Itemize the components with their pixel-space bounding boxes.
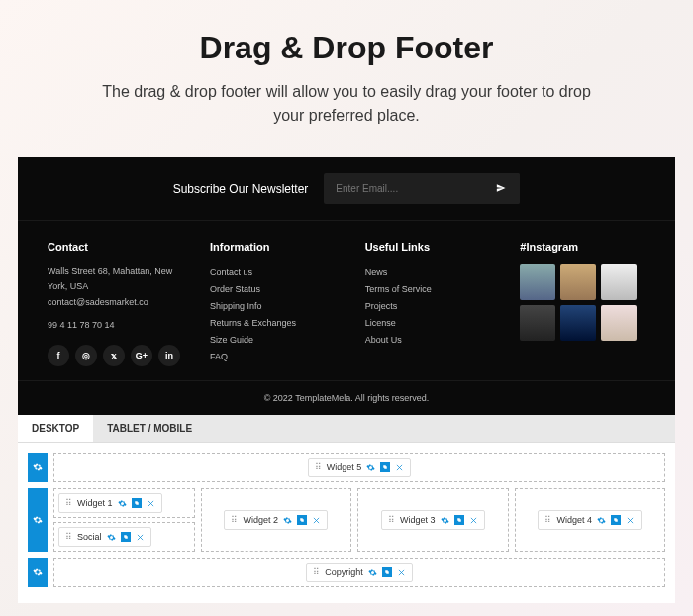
gear-icon[interactable] <box>441 516 449 525</box>
instagram-tile[interactable] <box>560 264 596 300</box>
drag-handle-icon[interactable]: ⠿ <box>544 515 551 525</box>
footer-col-instagram: #Instagram <box>520 241 645 366</box>
useful-link[interactable]: Projects <box>365 298 491 315</box>
useful-link[interactable]: License <box>365 315 491 332</box>
drag-handle-icon[interactable]: ⠿ <box>65 498 72 508</box>
widget-block[interactable]: ⠿ Widget 3 <box>381 510 485 530</box>
widget-block[interactable]: ⠿ Widget 2 <box>224 510 328 530</box>
duplicate-icon[interactable] <box>380 462 390 472</box>
builder-slot[interactable]: ⠿ Social <box>53 522 195 552</box>
contact-email: contact@sadesmarket.co <box>48 295 180 310</box>
page-subtitle: The drag & drop footer will allow you to… <box>89 80 604 128</box>
gear-icon[interactable] <box>118 499 127 508</box>
instagram-tile[interactable] <box>601 305 637 341</box>
widget-label: Widget 3 <box>400 515 436 525</box>
useful-link[interactable]: News <box>365 264 491 281</box>
page-title: Drag & Drop Footer <box>40 30 653 66</box>
drag-handle-icon[interactable]: ⠿ <box>388 515 395 525</box>
builder-tabs: DESKTOP TABLET / MOBILE <box>18 415 675 443</box>
close-icon[interactable] <box>626 516 635 525</box>
gear-icon[interactable] <box>107 533 116 542</box>
duplicate-icon[interactable] <box>121 532 131 542</box>
svg-rect-11 <box>615 519 618 522</box>
svg-rect-13 <box>386 571 389 574</box>
gear-icon[interactable] <box>368 568 377 577</box>
linkedin-icon[interactable]: in <box>158 345 180 366</box>
widget-block[interactable]: ⠿ Widget 1 <box>58 493 162 513</box>
duplicate-icon[interactable] <box>454 515 464 525</box>
widget-block[interactable]: ⠿ Widget 5 <box>308 458 412 477</box>
close-icon[interactable] <box>395 463 404 472</box>
close-icon[interactable] <box>147 499 155 508</box>
builder-slot[interactable]: ⠿ Copyright <box>53 558 665 587</box>
widget-label: Widget 1 <box>77 498 113 508</box>
info-link[interactable]: Returns & Exchanges <box>210 315 336 332</box>
twitter-icon[interactable]: 𝕩 <box>103 345 125 366</box>
duplicate-icon[interactable] <box>382 567 392 577</box>
contact-address: Walls Street 68, Mahattan, New York, USA <box>48 264 180 295</box>
social-icons: f ◎ 𝕩 G+ in <box>48 345 180 366</box>
info-link[interactable]: Size Guide <box>210 332 336 349</box>
newsletter-bar: Subscribe Our Newsletter <box>18 157 675 221</box>
duplicate-icon[interactable] <box>132 498 142 508</box>
drag-handle-icon[interactable]: ⠿ <box>65 532 72 542</box>
widget-block[interactable]: ⠿ Copyright <box>306 563 413 582</box>
info-link[interactable]: Shipping Info <box>210 298 336 315</box>
widget-label: Copyright <box>325 567 363 577</box>
close-icon[interactable] <box>469 516 478 525</box>
close-icon[interactable] <box>397 568 406 577</box>
info-link[interactable]: Order Status <box>210 281 336 298</box>
instagram-icon[interactable]: ◎ <box>75 345 97 366</box>
row-settings-button[interactable] <box>28 558 48 587</box>
close-icon[interactable] <box>136 533 145 542</box>
builder-slot[interactable]: ⠿ Widget 2 <box>201 488 352 552</box>
widget-label: Social <box>77 532 102 542</box>
drag-handle-icon[interactable]: ⠿ <box>315 462 322 472</box>
newsletter-label: Subscribe Our Newsletter <box>173 182 309 196</box>
svg-rect-9 <box>458 519 461 522</box>
newsletter-send-button[interactable] <box>482 173 520 204</box>
close-icon[interactable] <box>312 516 321 525</box>
paper-plane-icon <box>496 181 506 196</box>
gear-icon[interactable] <box>597 516 606 525</box>
info-link[interactable]: Contact us <box>210 264 336 281</box>
builder-slot[interactable]: ⠿ Widget 3 <box>357 488 509 552</box>
row-settings-button[interactable] <box>28 453 48 482</box>
layout-builder: DESKTOP TABLET / MOBILE ⠿ Widget 5 <box>18 415 675 603</box>
copyright-text: © 2022 TemplateMela. All rights reserved… <box>18 380 675 415</box>
footer-col-information: Information Contact us Order Status Ship… <box>210 241 336 366</box>
duplicate-icon[interactable] <box>297 515 307 525</box>
instagram-tile[interactable] <box>520 305 555 341</box>
svg-rect-7 <box>301 519 304 522</box>
tab-desktop[interactable]: DESKTOP <box>18 415 93 442</box>
google-plus-icon[interactable]: G+ <box>131 345 152 366</box>
builder-slot[interactable]: ⠿ Widget 5 <box>53 453 665 482</box>
newsletter-input[interactable] <box>324 175 482 202</box>
drag-handle-icon[interactable]: ⠿ <box>231 515 238 525</box>
footer-preview: Subscribe Our Newsletter Contact Walls S… <box>18 157 675 415</box>
widget-label: Widget 4 <box>556 515 592 525</box>
info-link[interactable]: FAQ <box>210 349 336 365</box>
builder-slot[interactable]: ⠿ Widget 1 <box>53 488 195 518</box>
instagram-heading: #Instagram <box>520 241 645 253</box>
tab-mobile[interactable]: TABLET / MOBILE <box>93 415 206 442</box>
facebook-icon[interactable]: f <box>48 345 69 366</box>
duplicate-icon[interactable] <box>611 515 621 525</box>
widget-block[interactable]: ⠿ Social <box>58 527 151 547</box>
useful-link[interactable]: About Us <box>365 332 491 349</box>
gear-icon[interactable] <box>283 516 292 525</box>
widget-block[interactable]: ⠿ Widget 4 <box>538 510 642 530</box>
gear-icon[interactable] <box>366 463 375 472</box>
builder-slot[interactable]: ⠿ Widget 4 <box>515 488 666 552</box>
builder-row: ⠿ Widget 1 ⠿ Social <box>28 488 665 552</box>
svg-rect-1 <box>385 466 388 469</box>
builder-row: ⠿ Widget 5 <box>28 453 665 482</box>
instagram-tile[interactable] <box>560 305 596 341</box>
svg-rect-3 <box>136 502 139 505</box>
useful-link[interactable]: Terms of Service <box>365 281 491 298</box>
drag-handle-icon[interactable]: ⠿ <box>313 567 320 577</box>
row-settings-button[interactable] <box>28 488 48 552</box>
information-heading: Information <box>210 241 336 253</box>
instagram-tile[interactable] <box>520 264 555 300</box>
instagram-tile[interactable] <box>601 264 637 300</box>
